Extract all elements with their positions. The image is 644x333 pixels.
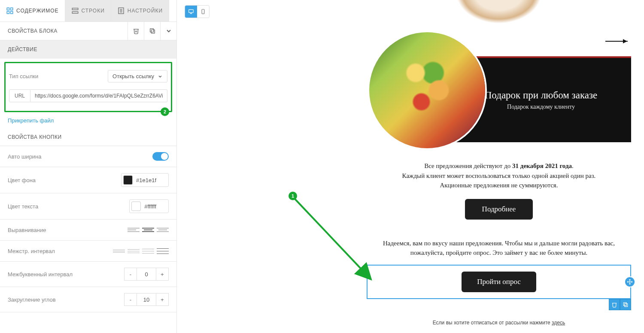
svg-rect-3 — [11, 12, 13, 14]
move-handle[interactable] — [624, 276, 635, 287]
survey-button[interactable]: Пройти опрос — [462, 272, 536, 292]
block-properties-header: СВОЙСТВА БЛОКА — [0, 21, 176, 40]
border-radius-stepper[interactable]: - + — [124, 293, 169, 306]
annotation-badge-2: 2 — [161, 107, 169, 116]
ls-minus[interactable]: - — [124, 268, 137, 281]
delete-icon[interactable] — [128, 22, 144, 40]
email-preview: Подарок при любом заказе Подарок каждому… — [367, 0, 631, 326]
tab-content[interactable]: СОДЕРЖИМОЕ — [0, 0, 65, 21]
svg-rect-11 — [150, 29, 153, 32]
link-type-label: Тип ссылки — [9, 73, 108, 79]
block-action-bar — [609, 299, 631, 310]
svg-rect-0 — [7, 8, 9, 10]
info-text: Все предложения действуют до 31 декабря … — [367, 161, 631, 190]
svg-rect-17 — [625, 303, 628, 306]
letter-spacing-label: Межбуквенный интервал — [8, 271, 124, 278]
promo-title: Подарок при любом заказе — [485, 90, 598, 101]
link-type-select[interactable]: Открыть ссылку — [108, 70, 167, 82]
action-highlight: Тип ссылки Открыть ссылку URL 2 — [4, 62, 172, 112]
tab-settings[interactable]: НАСТРОЙКИ — [111, 0, 169, 21]
svg-rect-5 — [72, 12, 78, 13]
annotation-badge-1: 1 — [289, 192, 297, 200]
tab-rows[interactable]: СТРОКИ — [65, 0, 111, 21]
more-button[interactable]: Подробнее — [465, 199, 533, 220]
bg-color-label: Цвет фона — [8, 177, 121, 183]
spacing-2[interactable] — [128, 247, 140, 255]
promo-subtitle: Подарок каждому клиенту — [507, 104, 575, 110]
editor-tabs: СОДЕРЖИМОЕ СТРОКИ НАСТРОЙКИ — [0, 0, 176, 21]
bg-color-input[interactable]: #1e1e1f — [121, 173, 169, 187]
action-section-title: ДЕЙСТВИЕ — [0, 40, 176, 58]
ls-plus[interactable]: + — [156, 268, 169, 281]
selected-button-block[interactable]: Пройти опрос — [367, 265, 631, 299]
auto-width-label: Авто ширина — [8, 153, 152, 160]
mobile-view[interactable] — [197, 6, 209, 18]
block-delete-icon[interactable] — [609, 299, 620, 310]
svg-rect-4 — [72, 8, 78, 10]
collapse-icon[interactable] — [160, 22, 176, 40]
attach-file-link[interactable]: Прикрепить файл — [8, 117, 54, 124]
url-input[interactable] — [30, 89, 167, 102]
food-image-top — [456, 0, 542, 24]
unsubscribe-link[interactable]: здесь — [552, 320, 565, 326]
svg-rect-2 — [7, 12, 9, 14]
tab-content-label: СОДЕРЖИМОЕ — [16, 8, 59, 14]
device-toggle — [185, 5, 210, 18]
text-color-label: Цвет текста — [8, 203, 129, 210]
ls-value[interactable] — [137, 268, 156, 281]
border-radius-label: Закругление углов — [8, 296, 124, 303]
svg-rect-12 — [189, 9, 194, 12]
svg-rect-18 — [623, 302, 626, 306]
block-duplicate-icon[interactable] — [620, 299, 631, 310]
br-plus[interactable]: + — [156, 293, 169, 306]
align-label: Выравнивание — [8, 227, 128, 233]
duplicate-icon[interactable] — [144, 22, 160, 40]
tab-rows-label: СТРОКИ — [82, 8, 105, 14]
auto-width-toggle[interactable] — [152, 152, 169, 161]
br-minus[interactable]: - — [124, 293, 137, 306]
block-title: СВОЙСТВА БЛОКА — [8, 28, 128, 34]
align-center[interactable] — [142, 226, 154, 234]
line-spacing-label: Межстр. интервал — [8, 248, 113, 254]
spacing-4[interactable] — [157, 247, 169, 255]
spacing-1[interactable] — [113, 247, 125, 255]
align-right[interactable] — [157, 226, 169, 234]
button-props-title: СВОЙСТВА КНОПКИ — [0, 128, 176, 146]
tab-settings-label: НАСТРОЙКИ — [128, 8, 163, 14]
svg-rect-1 — [11, 8, 13, 10]
text-color-input[interactable]: #ffffff — [129, 199, 169, 213]
desktop-view[interactable] — [185, 6, 197, 18]
unsubscribe-text: Если вы хотите отписаться от рассылки на… — [367, 320, 631, 326]
letter-spacing-stepper[interactable]: - + — [124, 268, 169, 281]
br-value[interactable] — [137, 293, 156, 306]
align-left[interactable] — [128, 226, 140, 234]
svg-rect-10 — [151, 30, 155, 33]
hope-text: Надеемся, вам по вкусу наши предложения.… — [367, 238, 631, 258]
url-prefix: URL — [9, 89, 30, 102]
spacing-3[interactable] — [142, 247, 154, 255]
salad-image — [369, 32, 485, 148]
